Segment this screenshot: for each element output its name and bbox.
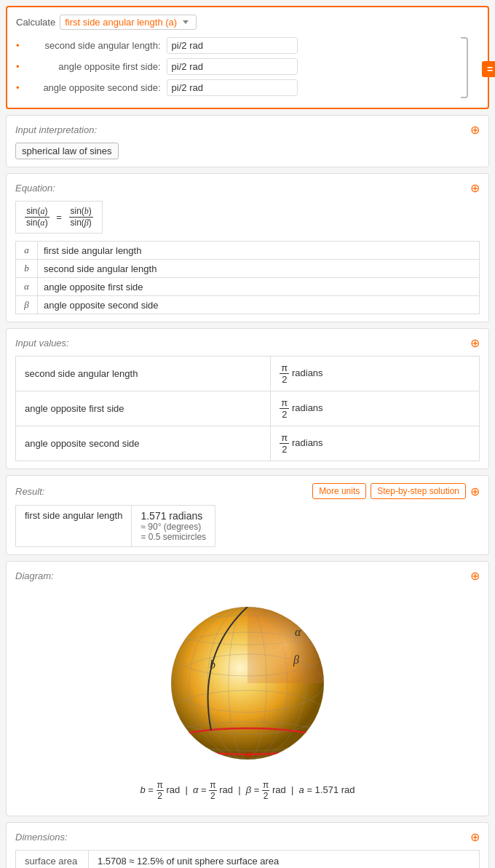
equation-title: Equation: [15,183,55,194]
input-fields: • second side angular length: • angle op… [16,37,444,100]
iv-label-1: second side angular length [16,357,271,391]
pi-frac-1: π 2 [280,362,289,385]
bullet-2: • [16,61,20,72]
input-field-2[interactable] [167,58,298,75]
diagram-caption: b = π2 rad | α = π2 rad | β = π2 rad | a… [15,780,480,801]
dimensions-plus-icon[interactable]: ⊕ [470,830,480,844]
result-actions: More units Step-by-step solution ⊕ [312,483,480,499]
input-rows: • second side angular length: • angle op… [16,37,479,100]
label-alpha: α [295,626,301,638]
eq-sym-beta: β [16,296,38,314]
result-sub-2: = 0.5 semicircles [140,532,206,542]
input-field-3[interactable] [167,79,298,96]
dimensions-header: Dimensions: ⊕ [15,830,480,844]
bracket-icon [461,37,468,98]
step-by-step-button[interactable]: Step-by-step solution [371,483,466,499]
dim-value-1: 1.5708 ≈ 12.5% of unit sphere surface ar… [89,851,480,869]
iv-unit-2: radians [292,402,323,413]
iv-unit-1: radians [292,367,323,378]
more-units-button[interactable]: More units [312,483,366,499]
calculate-label: Calculate [16,17,55,28]
pi-frac-2: π 2 [280,397,289,420]
equation-formula: sin(a) sin(α) = sin(b) sin(β) [15,201,103,234]
input-values-title: Input values: [15,338,69,349]
iv-value-1: π 2 radians [271,357,480,391]
result-plus-icon[interactable]: ⊕ [470,485,480,498]
eq-desc-a: first side angular length [38,242,480,260]
pi-frac-3: π 2 [280,432,289,455]
iv-label-2: angle opposite first side [16,391,271,426]
result-label: first side angular length [16,506,132,547]
dropdown-arrow-icon [183,20,189,24]
iv-row-3: angle opposite second side π 2 radians [16,426,480,461]
input-label-3: angle opposite second side: [23,82,161,93]
dim-row-1: surface area 1.5708 ≈ 12.5% of unit sphe… [16,851,480,869]
input-field-1[interactable] [167,37,298,54]
result-table: first side angular length 1.571 radians … [15,505,215,547]
eq-desc-beta: angle opposite second side [38,296,480,314]
eq-desc-b: second side angular length [38,260,480,278]
result-sub-1: ≈ 90° (degrees) [140,522,206,532]
interpretation-value: spherical law of sines [15,143,119,159]
result-title: Result: [15,486,44,497]
input-row-2: • angle opposite first side: [16,58,444,75]
label-b: b [210,658,215,671]
result-values: 1.571 radians ≈ 90° (degrees) = 0.5 semi… [132,506,215,547]
dimensions-section: Dimensions: ⊕ surface area 1.5708 ≈ 12.5… [6,822,489,868]
diagram-header: Diagram: ⊕ [15,569,480,583]
input-label-1: second side angular length: [23,40,161,51]
dropdown-text: first side angular length (a) [65,17,177,28]
interpretation-section: Input interpretation: ⊕ spherical law of… [6,115,489,167]
frac-sin-b: sin(b) sin(β) [69,206,93,228]
result-main-value: 1.571 radians [140,510,206,522]
dimensions-title: Dimensions: [15,832,68,843]
result-section: Result: More units Step-by-step solution… [6,475,489,555]
equation-header: Equation: ⊕ [15,181,480,195]
iv-row-1: second side angular length π 2 radians [16,357,480,391]
diagram-svg: β α b a [160,596,335,771]
input-values-header: Input values: ⊕ [15,336,480,350]
eq-row-beta: β angle opposite second side [16,296,480,314]
eq-row-b: b second side angular length [16,260,480,278]
diagram-plus-icon[interactable]: ⊕ [470,569,480,583]
iv-value-2: π 2 radians [271,391,480,426]
calculate-section: Calculate first side angular length (a) … [6,6,489,109]
label-beta: β [293,653,299,666]
dimensions-table: surface area 1.5708 ≈ 12.5% of unit sphe… [15,850,480,868]
calculate-dropdown[interactable]: first side angular length (a) [60,15,197,30]
equals-sign: = [56,212,62,223]
equation-table: a first side angular length b second sid… [15,241,480,314]
input-label-2: angle opposite first side: [23,61,161,72]
bullet-3: • [16,82,20,93]
iv-unit-3: radians [292,437,323,448]
result-row: first side angular length 1.571 radians … [16,506,215,547]
dim-label-1: surface area [16,851,89,869]
equals-button[interactable]: = [482,61,495,77]
eq-sym-a: a [16,242,38,260]
diagram-title: Diagram: [15,570,54,581]
eq-sym-alpha: α [16,278,38,296]
input-row-3: • angle opposite second side: [16,79,444,96]
eq-sym-b: b [16,260,38,278]
pink-face [248,607,324,683]
iv-label-3: angle opposite second side [16,426,271,461]
eq-row-a: a first side angular length [16,242,480,260]
interpretation-title: Input interpretation: [15,124,97,135]
interpretation-plus-icon[interactable]: ⊕ [470,123,480,137]
label-a: a [246,747,252,760]
diagram-container: β α b a b = π2 rad | α = π2 rad | β = π2… [15,589,480,808]
eq-row-alpha: α angle opposite first side [16,278,480,296]
result-header: Result: More units Step-by-step solution… [15,483,480,499]
iv-row-2: angle opposite first side π 2 radians [16,391,480,426]
iv-value-3: π 2 radians [271,426,480,461]
equation-section: Equation: ⊕ sin(a) sin(α) = sin(b) sin(β… [6,173,489,322]
input-row-1: • second side angular length: [16,37,444,54]
input-values-section: Input values: ⊕ second side angular leng… [6,328,489,469]
interpretation-header: Input interpretation: ⊕ [15,123,480,137]
eq-desc-alpha: angle opposite first side [38,278,480,296]
input-values-plus-icon[interactable]: ⊕ [470,336,480,350]
diagram-section: Diagram: ⊕ [6,561,489,816]
frac-sin-a: sin(a) sin(α) [25,206,50,228]
bullet-1: • [16,40,20,51]
equation-plus-icon[interactable]: ⊕ [470,181,480,195]
